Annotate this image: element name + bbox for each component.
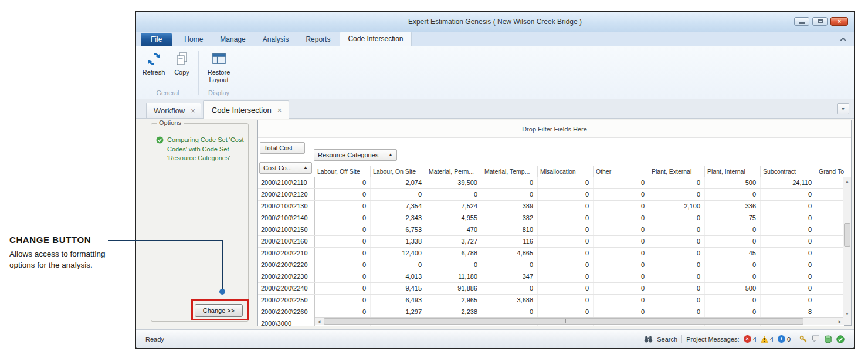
row-header-cell[interactable]: 2000\2100\2130 [258,201,315,212]
data-cell[interactable]: 500 [705,283,761,294]
data-cell[interactable]: 0 [315,189,371,200]
column-header-subcontract[interactable]: Subcontract [761,166,816,177]
row-header-cell[interactable]: 2000\2200\2260 [258,306,315,318]
data-cell[interactable]: 39,500 [426,177,482,188]
data-cell[interactable]: 4,013 [371,271,426,282]
data-cell[interactable]: 0 [761,248,816,259]
column-header-labour-off-site[interactable]: Labour, Off Site [315,166,371,177]
data-cell[interactable]: 0 [761,236,816,247]
data-cell[interactable]: 0 [538,212,594,224]
refresh-button[interactable]: Refresh [140,48,168,77]
data-cell[interactable]: 0 [594,248,649,259]
data-cell[interactable]: 0 [761,189,816,200]
data-cell[interactable]: 0 [761,224,816,235]
data-cell[interactable]: 0 [705,295,761,306]
data-cell[interactable]: 4,865 [482,248,538,259]
column-header-labour-on-site[interactable]: Labour, On Site [371,166,426,177]
data-cell[interactable]: 0 [538,224,594,235]
data-cell[interactable]: 0 [705,271,761,282]
scroll-up-button[interactable]: ▲ [843,177,851,185]
data-cell[interactable]: 6,788 [426,248,482,259]
data-cell[interactable]: 0 [538,177,594,188]
data-cell[interactable]: 0 [315,295,371,306]
data-cell[interactable] [816,248,844,259]
data-cell[interactable]: 347 [482,271,538,282]
data-cell[interactable]: 3,688 [482,295,538,306]
doc-tab-code-intersection[interactable]: Code Intersection× [203,100,290,119]
data-cell[interactable]: 4,955 [426,212,482,224]
data-cell[interactable]: 0 [649,177,705,188]
data-cell[interactable]: 12,400 [371,248,426,259]
column-field-button[interactable]: Resource Categories ▲ [314,149,397,161]
column-header-material-perm[interactable]: Material, Perm... [426,166,482,177]
info-message-count[interactable]: i 0 [778,335,791,343]
data-cell[interactable]: 0 [315,248,371,259]
data-cell[interactable]: 0 [315,212,371,224]
data-cell[interactable]: 91,886 [426,283,482,294]
row-header-cell[interactable]: 2000\2200\2220 [258,259,315,271]
row-field-button[interactable]: Cost Co... ▲ [259,162,312,174]
data-cell[interactable]: 2,343 [371,212,426,224]
vertical-scrollbar[interactable]: ▲ ▼ [843,177,851,318]
data-cell[interactable] [816,283,844,294]
data-cell[interactable] [816,271,844,282]
data-cell[interactable]: 0 [705,306,761,318]
data-cell[interactable]: 0 [705,259,761,271]
data-cell[interactable]: 0 [649,283,705,294]
data-cell[interactable]: 0 [594,224,649,235]
data-cell[interactable]: 11,180 [426,271,482,282]
data-cell[interactable]: 0 [371,189,426,200]
data-cell[interactable]: 2,238 [426,306,482,318]
data-cell[interactable]: 389 [482,201,538,212]
column-header-plant-external[interactable]: Plant, External [649,166,705,177]
data-cell[interactable]: 0 [538,259,594,271]
row-header-cell[interactable]: 2000\2200\2250 [258,295,315,306]
data-cell[interactable]: 8 [761,306,816,318]
data-cell[interactable]: 0 [426,189,482,200]
data-cell[interactable]: 0 [705,224,761,235]
data-cell[interactable]: 0 [649,271,705,282]
data-cell[interactable]: 0 [538,236,594,247]
data-cell[interactable]: 0 [649,248,705,259]
data-cell[interactable]: 2,965 [426,295,482,306]
comment-icon[interactable] [812,335,820,343]
data-cell[interactable]: 810 [482,224,538,235]
data-cell[interactable]: 336 [705,201,761,212]
data-cell[interactable] [816,259,844,271]
data-cell[interactable]: 0 [315,177,371,188]
data-cell[interactable]: 0 [594,189,649,200]
change-button[interactable]: Change >> [195,304,243,317]
data-cell[interactable]: 0 [538,283,594,294]
row-header-cell[interactable]: 2000\2100\2110 [258,177,315,188]
data-cell[interactable] [816,295,844,306]
ribbon-tab-file[interactable]: File [141,33,172,46]
doc-tab-workflow[interactable]: Workflow× [146,103,201,118]
data-cell[interactable] [816,236,844,247]
row-header-cell[interactable]: 2000\2100\2160 [258,236,315,247]
data-cell[interactable]: 75 [705,212,761,224]
data-cell[interactable]: 0 [482,189,538,200]
data-cell[interactable]: 2,100 [649,201,705,212]
data-cell[interactable]: 0 [315,259,371,271]
data-cell[interactable]: 0 [315,306,371,318]
data-cell[interactable]: 6,753 [371,224,426,235]
data-cell[interactable]: 0 [594,295,649,306]
data-cell[interactable]: 45 [705,248,761,259]
data-cell[interactable]: 470 [426,224,482,235]
tab-close-icon[interactable]: × [277,106,282,114]
ribbon-tab-code-intersection[interactable]: Code Intersection [340,32,411,46]
project-messages-label[interactable]: Project Messages: [686,336,739,343]
data-cell[interactable]: 6,493 [371,295,426,306]
ribbon-tab-manage[interactable]: Manage [212,33,253,46]
data-cell[interactable]: 0 [594,306,649,318]
close-button[interactable]: × [830,17,848,26]
data-cell[interactable]: 0 [426,259,482,271]
data-cell[interactable]: 0 [705,236,761,247]
data-cell[interactable]: 0 [594,271,649,282]
data-cell[interactable]: 0 [538,248,594,259]
data-cell[interactable] [816,224,844,235]
data-cell[interactable]: 0 [315,201,371,212]
warning-message-count[interactable]: 4 [761,336,774,343]
data-cell[interactable] [816,306,844,318]
column-header-plant-internal[interactable]: Plant, Internal [705,166,761,177]
